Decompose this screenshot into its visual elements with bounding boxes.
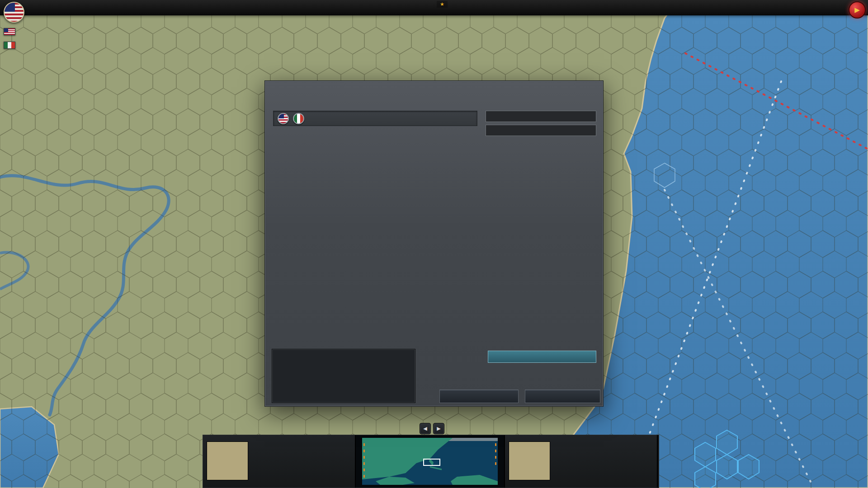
minimap[interactable] <box>362 438 498 485</box>
unit-action-toolbar: ◀ ▶ <box>420 423 456 434</box>
mexico-flag <box>4 42 15 49</box>
available-mpp-bar <box>486 111 596 122</box>
table-button[interactable] <box>439 389 519 403</box>
dialog-flag-bar <box>273 111 477 126</box>
play-arrow-icon: ▶ <box>854 6 860 14</box>
end-turn-button[interactable]: ▶ <box>849 1 866 19</box>
next-unit-button[interactable]: ▶ <box>433 423 444 434</box>
terrain-thumbnail <box>207 441 248 480</box>
terrain-info-panel-left <box>203 435 356 488</box>
minimap-panel <box>356 435 505 488</box>
nations-flag-strip: ★ <box>437 1 448 8</box>
left-arrow-icon: ◀ <box>423 426 427 432</box>
star-separator-icon: ★ <box>440 1 444 7</box>
top-bar <box>0 0 868 15</box>
research-funding-bar <box>486 125 596 136</box>
us-flag <box>4 28 15 35</box>
close-button[interactable] <box>525 389 600 403</box>
terrain-thumbnail <box>509 441 550 480</box>
right-arrow-icon: ▶ <box>437 426 440 432</box>
union-emblem <box>4 2 24 23</box>
research-description <box>272 349 415 403</box>
bottom-info-strip <box>203 435 659 488</box>
terrain-info-panel-right <box>505 435 658 488</box>
research-dialog <box>264 80 604 407</box>
maximum-research-bar <box>488 351 596 363</box>
prev-unit-button[interactable]: ◀ <box>420 423 431 434</box>
us-flag-button[interactable] <box>278 113 289 124</box>
mexico-flag-button[interactable] <box>293 113 304 124</box>
game-screen: ▶ ★ ◀ ▶ <box>0 0 868 488</box>
mpp-status-panel <box>2 28 17 55</box>
